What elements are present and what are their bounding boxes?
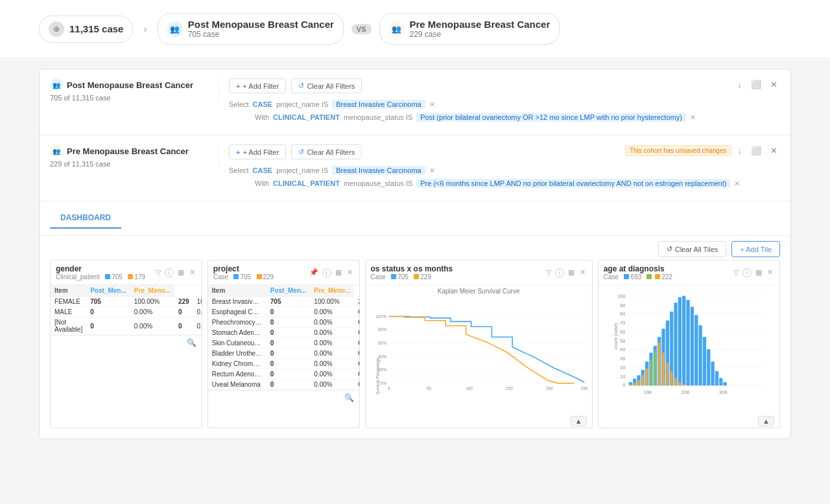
cohort1-filter1: Select CASE project_name IS Breast Invas…	[229, 100, 780, 109]
cohort1-add-filter-btn[interactable]: + + Add Filter	[229, 78, 286, 93]
os-title: os status x os months	[371, 264, 453, 273]
gender-chart-icon[interactable]: ▦	[176, 268, 185, 277]
gender-col-item: Item	[51, 285, 86, 297]
os-info-icon[interactable]: i	[555, 268, 564, 277]
age-svg: count (case) 100 90 80 70 60 50 40 30 20…	[604, 288, 774, 407]
cohort1-pill[interactable]: 👥 Post Menopause Breast Cancer 705 case	[158, 13, 344, 45]
age-filter-icon[interactable]: ▽	[732, 268, 740, 277]
km-chart: Kaplan Meier Survival Curve Survival Per…	[366, 285, 592, 415]
cohort2-pill[interactable]: 👥 Pre Menopause Breast Cancer 229 case	[379, 13, 560, 45]
os-tile-actions: ▽ i ▦ ✕	[545, 268, 587, 277]
project-search-input[interactable]	[213, 394, 344, 402]
cohort2-add-filter-btn[interactable]: + + Add Filter	[229, 144, 286, 159]
svg-text:250: 250	[580, 386, 587, 391]
cohort2-count-label: 229 of 11,315 case	[50, 160, 208, 168]
age-scroll-btn[interactable]: ▲	[758, 416, 774, 426]
cohort1-row-icon: 👥	[50, 78, 63, 91]
svg-rect-63	[637, 380, 639, 385]
gender-pre-pct: 100.00%	[193, 297, 202, 307]
project-col-item: Item	[208, 285, 267, 297]
svg-rect-59	[719, 378, 722, 386]
project-close-icon[interactable]: ✕	[346, 268, 354, 277]
project-tile: project Case 705 229 📌 i ▦	[208, 260, 360, 428]
project-item: Kidney Chromophoba	[208, 359, 267, 369]
project-info-icon[interactable]: i	[322, 268, 331, 277]
download-icon2[interactable]: ↓	[735, 144, 745, 157]
age-info-icon[interactable]: i	[742, 268, 752, 277]
project-pin-icon[interactable]: 📌	[308, 268, 320, 277]
svg-text:40: 40	[620, 347, 625, 352]
os-scroll-btn[interactable]: ▲	[571, 416, 587, 426]
add-tile-btn[interactable]: + Add Tile	[731, 241, 780, 257]
project-pre-n: 0	[354, 307, 359, 317]
svg-text:50: 50	[427, 386, 432, 391]
filter2-close[interactable]: ✕	[690, 113, 696, 122]
svg-text:60%: 60%	[378, 341, 386, 345]
project-item: Skin Cutaneous Mel...	[208, 338, 267, 349]
clinical-label1: CLINICAL_PATIENT	[273, 113, 340, 121]
svg-rect-56	[707, 349, 710, 385]
project-search-icon[interactable]: 🔍	[344, 393, 354, 402]
dashboard-tabs: DASHBOARD	[40, 201, 790, 236]
clear-all-tiles-btn[interactable]: ↺ Clear All Tiles	[658, 241, 727, 257]
cohort1-title: 👥 Post Menopause Breast Cancer	[50, 78, 208, 91]
svg-text:0: 0	[388, 386, 390, 391]
gender-item: [Not Available]	[51, 317, 86, 335]
tab-dashboard[interactable]: DASHBOARD	[50, 208, 121, 229]
cohort2-filter1: Select CASE project_name IS Breast Invas…	[229, 166, 780, 175]
project-post-pct: 0.00%	[310, 328, 354, 338]
project-col-pre: Pre_Meno...	[310, 285, 354, 297]
project-chart-icon[interactable]: ▦	[334, 268, 343, 277]
svg-rect-60	[723, 382, 726, 385]
select-label1: Select	[229, 100, 249, 108]
share-icon1[interactable]: ⬜	[748, 78, 764, 91]
svg-text:30K: 30K	[719, 389, 728, 395]
project-post-n: 0	[267, 307, 311, 317]
table-row: Uveal Melanoma 0 0.00% 0 0.00%	[208, 380, 360, 390]
project-item: Bladder Urothelial C...	[208, 349, 267, 359]
project-post-pct: 0.00%	[310, 317, 354, 328]
table-row: FEMALE 705 100.00% 229 100.00%	[51, 297, 202, 307]
svg-rect-62	[634, 383, 635, 385]
close-icon1[interactable]: ✕	[768, 78, 780, 91]
download-icon1[interactable]: ↓	[735, 78, 745, 91]
cohort2-row: 👥 Pre Menopause Breast Cancer 229 of 11,…	[40, 135, 790, 201]
gender-pre-n: 229	[174, 297, 193, 307]
project-post-pct: 0.00%	[310, 349, 354, 359]
age-close-icon[interactable]: ✕	[766, 268, 774, 277]
gender-info-icon[interactable]: i	[165, 268, 174, 277]
filter3-close[interactable]: ✕	[429, 166, 435, 175]
gender-filter-icon[interactable]: ▽	[154, 268, 162, 277]
cohort1-text: Post Menopause Breast Cancer 705 case	[188, 19, 334, 39]
total-cohort-pill[interactable]: ⊕ 11,315 case	[39, 16, 133, 43]
svg-rect-57	[711, 361, 714, 385]
gender-item: FEMALE	[51, 297, 86, 307]
gender-table: Item Post_Men... Pre_Meno... FEMALE 705 …	[51, 285, 202, 335]
filter1-close[interactable]: ✕	[429, 100, 435, 109]
svg-text:10K: 10K	[643, 389, 652, 395]
svg-text:10: 10	[620, 374, 625, 380]
gender-pre-pct: 0.00%	[193, 317, 202, 335]
close-icon2[interactable]: ✕	[768, 144, 780, 157]
dashboard-toolbar: ↺ Clear All Tiles + Add Tile	[40, 236, 790, 260]
project-item: Stomach Adenocarc...	[208, 328, 267, 338]
cohort2-clear-filters-btn[interactable]: ↺ Clear All Filters	[291, 144, 362, 159]
cohort1-clear-filters-btn[interactable]: ↺ Clear All Filters	[291, 78, 362, 93]
gender-search-input[interactable]	[56, 339, 187, 347]
gender-tile-header: gender Clinical_patient 705 179 ▽ i	[51, 260, 202, 285]
age-chart-icon[interactable]: ▦	[754, 268, 763, 277]
table-row: Kidney Chromophoba 0 0.00% 0 0.00%	[208, 359, 360, 369]
km-svg: Survival Percentage 100% 80% 60% 40% 20%…	[368, 297, 589, 407]
os-subtitle: Case 705 229	[371, 273, 453, 281]
project-post-n: 0	[267, 369, 311, 380]
gender-close-icon[interactable]: ✕	[188, 268, 196, 277]
os-close-icon[interactable]: ✕	[578, 268, 587, 277]
cohort1-actions: ↓ ⬜ ✕	[735, 78, 781, 91]
share-icon2[interactable]: ⬜	[748, 144, 764, 157]
gender-search-icon[interactable]: 🔍	[187, 338, 196, 347]
filter4-close[interactable]: ✕	[734, 179, 740, 188]
os-tile-header: os status x os months Case 705 229 ▽ i ▦…	[366, 260, 592, 285]
table-row: [Not Available] 0 0.00% 0 0.00%	[51, 317, 202, 335]
os-chart-icon[interactable]: ▦	[567, 268, 576, 277]
os-filter-icon[interactable]: ▽	[545, 268, 552, 277]
